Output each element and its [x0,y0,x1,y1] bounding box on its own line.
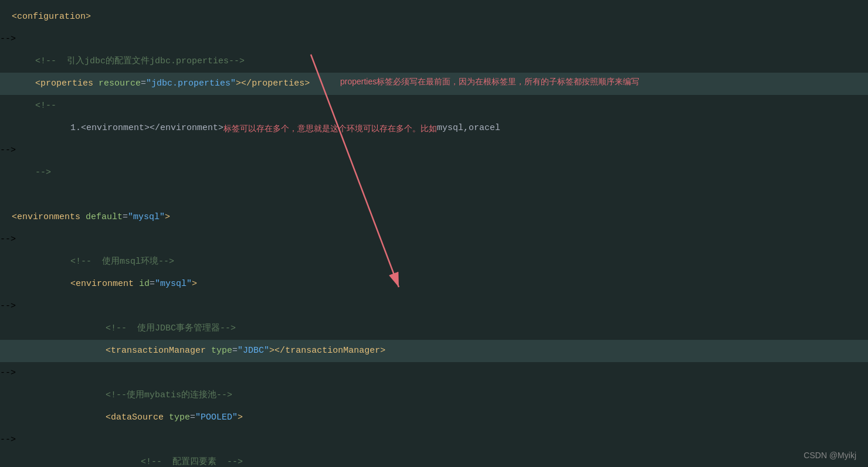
line-6-comment-close: --> [0,162,868,184]
line-11-transactionmanager: <transactionManager type="JDBC"></transa… [0,340,868,362]
tag-configuration: configuration [17,6,86,28]
line-empty-1 [0,184,868,206]
bracket: > [86,6,91,28]
comment-import-jdbc: <!-- 引入jdbc的配置文件jdbc.properties--> [35,50,245,73]
line-9-environment: <environment id="mysql"> [0,273,868,295]
line-5-env-comment: 1.<environment></environment>标签可以存在多个，意思… [0,117,868,139]
line-13-datasource: <dataSource type="POOLED"> [0,407,868,429]
line-14-comment-four: <!-- 配置四要素 --> [0,451,868,467]
line-10-comment-jdbc: <!-- 使用JDBC事务管理器--> [0,318,868,340]
line-3-properties: <properties resource="jdbc.properties"><… [0,73,868,95]
line-4-comment-open: <!-- [0,95,868,117]
line-7-environments: <environments default="mysql"> [0,206,868,229]
code-editor: <configuration> --> <!-- 引入jdbc的配置文件jdbc… [0,0,868,467]
watermark: CSDN @Myikj [803,451,856,460]
line-2: <!-- 引入jdbc的配置文件jdbc.properties--> [0,50,868,73]
line-12-comment-pool: <!--使用mybatis的连接池--> [0,384,868,407]
bracket: < [12,6,17,28]
line-1: <configuration> [0,6,868,28]
line-8-comment-msql: <!-- 使用msql环境--> [0,251,868,273]
